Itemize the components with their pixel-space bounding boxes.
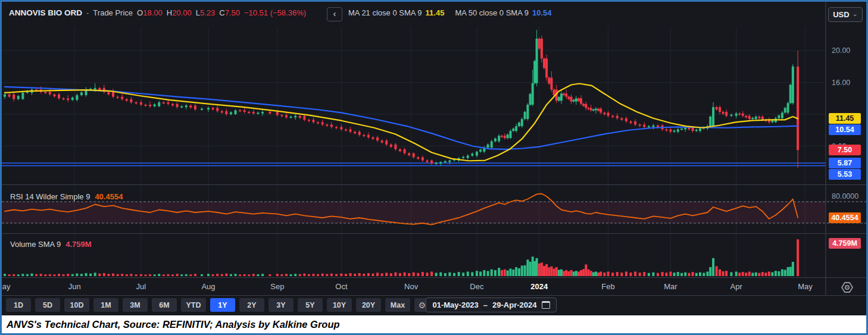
range-button-3m[interactable]: 3M: [123, 298, 148, 312]
rsi-badge: 40.4554: [829, 212, 861, 223]
svg-text:20.00: 20.00: [832, 46, 850, 55]
range-toolbar: 1D5D10D1M3M6MYTD1Y2Y3Y5Y10Y20YMax ⚙ 01-M…: [2, 297, 866, 313]
ma50-value: 10.54: [532, 8, 552, 17]
range-button-5d[interactable]: 5D: [35, 298, 60, 312]
month-label: Feb: [601, 282, 614, 291]
range-button-2y[interactable]: 2Y: [239, 298, 264, 312]
screenshot-frame: 20.0016.008.0080.00004MMayJunJulAugSepOc…: [0, 0, 868, 335]
ma21-line: [5, 84, 798, 161]
currency-selector[interactable]: USD ⌄: [828, 7, 863, 22]
range-button-1d[interactable]: 1D: [6, 298, 31, 312]
volume-value: 4.759M: [65, 240, 91, 249]
ma21-value: 11.45: [426, 8, 445, 17]
series-name: Trade Price: [93, 8, 133, 17]
month-label: Apr: [730, 282, 743, 291]
low-label: L: [196, 8, 200, 17]
range-button-10y[interactable]: 10Y: [327, 298, 352, 312]
price-badge-5.87: 5.87: [829, 158, 861, 168]
ma-legend: MA 21 close 0 SMA 9 11.45 MA 50 close 0 …: [348, 8, 552, 17]
collapse-legend-button[interactable]: ‹: [327, 7, 342, 21]
ma50-line: [5, 87, 798, 149]
rsi-panel: [2, 202, 866, 223]
trading-chart-app: 20.0016.008.0080.00004MMayJunJulAugSepOc…: [2, 2, 866, 315]
range-button-3y[interactable]: 3Y: [268, 298, 294, 312]
chevron-down-icon: ⌄: [853, 10, 858, 18]
rsi-label: RSI 14 Wilder Simple 9: [10, 192, 90, 201]
month-label: Nov: [404, 282, 419, 291]
range-button-1m[interactable]: 1M: [93, 298, 118, 312]
separator: -: [86, 8, 89, 17]
volume-badge: 4.759M: [829, 238, 861, 249]
close-label: C: [219, 8, 224, 17]
close-value: 7.50: [225, 8, 240, 17]
open-value: 18.00: [143, 8, 163, 17]
volume-legend: Volume SMA 9 4.759M: [10, 240, 92, 249]
month-label: May: [2, 282, 11, 291]
currency-value: USD: [833, 10, 849, 19]
range-button-20y[interactable]: 20Y: [356, 298, 381, 312]
range-button-6m[interactable]: 6M: [152, 298, 177, 312]
gridlines: [2, 27, 826, 277]
high-label: H: [167, 8, 172, 17]
chart-header: ANNOVIS BIO ORD - Trade Price O18.00 H20…: [2, 2, 866, 27]
month-label: Jul: [136, 282, 146, 291]
ma50-label: MA 50 close 0 SMA 9: [455, 8, 529, 17]
caption-text: ANVS's Technical Chart, Source: REFINITI…: [7, 319, 340, 330]
range-button-max[interactable]: Max: [385, 298, 410, 312]
range-button-5y[interactable]: 5Y: [298, 298, 323, 312]
price-badge-11.45: 11.45: [829, 113, 861, 124]
calendar-icon: [542, 301, 550, 309]
volume-label: Volume SMA 9: [10, 240, 61, 249]
rsi-value: 40.4554: [95, 192, 123, 201]
date-separator: –: [483, 300, 488, 309]
range-button-ytd[interactable]: YTD: [181, 298, 206, 312]
month-label: 2024: [530, 282, 548, 291]
price-badge-5.53: 5.53: [829, 169, 861, 180]
range-button-1y[interactable]: 1Y: [210, 298, 235, 312]
month-label: Mar: [664, 282, 677, 291]
ma21-label: MA 21 close 0 SMA 9: [348, 8, 422, 17]
change-value: −10.51 (−58.36%): [244, 8, 306, 17]
month-label: Jun: [68, 282, 81, 291]
symbol-name: ANNOVIS BIO ORD: [9, 8, 82, 17]
month-label: Oct: [335, 282, 348, 291]
date-range-picker[interactable]: 01-May-2023 – 29-Apr-2024: [426, 298, 557, 312]
caption-bar: ANVS's Technical Chart, Source: REFINITI…: [2, 315, 866, 333]
month-label: Sep: [270, 282, 284, 291]
instrument-settings-icon[interactable]: [840, 280, 854, 295]
month-label: May: [798, 282, 813, 291]
low-value: 5.23: [200, 8, 215, 17]
svg-text:80.0000: 80.0000: [832, 192, 858, 201]
high-value: 20.00: [172, 8, 192, 17]
rsi-legend: RSI 14 Wilder Simple 9 40.4554: [10, 192, 123, 201]
date-to: 29-Apr-2024: [492, 300, 536, 309]
svg-text:16.00: 16.00: [832, 79, 850, 87]
range-button-10d[interactable]: 10D: [64, 298, 89, 312]
price-badge-10.54: 10.54: [829, 124, 861, 135]
month-label: Dec: [470, 282, 484, 291]
month-label: Aug: [201, 282, 215, 291]
chart-canvas[interactable]: 20.0016.008.0080.00004MMayJunJulAugSepOc…: [2, 2, 866, 296]
open-label: O: [137, 8, 143, 17]
price-badge-7.50: 7.50: [829, 145, 861, 155]
date-from: 01-May-2023: [433, 300, 479, 309]
volume-bars: [4, 239, 799, 276]
